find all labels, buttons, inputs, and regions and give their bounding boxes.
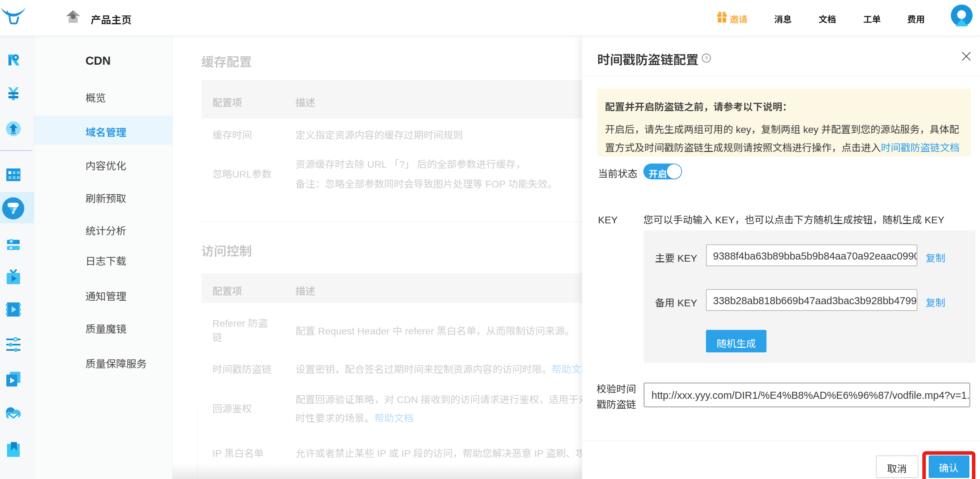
- svg-text:?: ?: [705, 55, 708, 61]
